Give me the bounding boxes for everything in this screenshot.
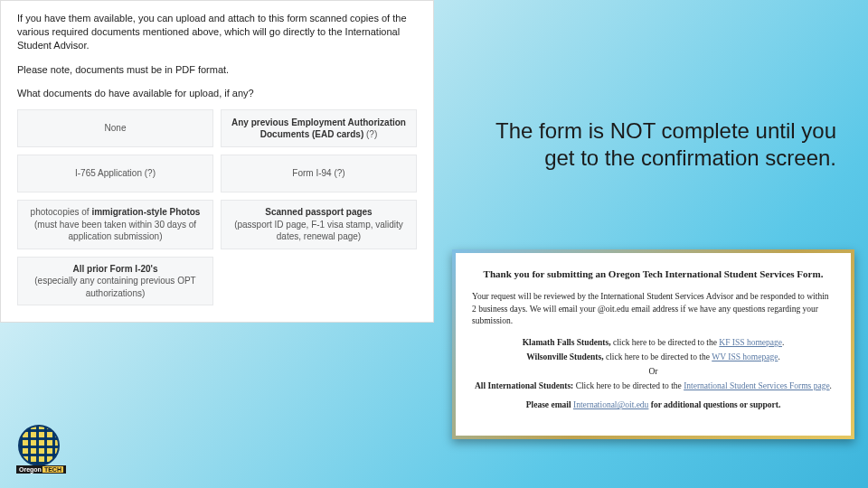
confirmation-heading: Thank you for submitting an Oregon Tech … (472, 267, 835, 282)
logo-text: OregonTECH (16, 465, 66, 474)
wv-line: Wilsonville Students, click here to be d… (472, 352, 835, 364)
option-i20[interactable]: All prior Form I-20's (especially any co… (17, 257, 213, 306)
option-photos[interactable]: photocopies of immigration-style Photos … (17, 200, 213, 249)
forms-page-link[interactable]: International Student Services Forms pag… (684, 381, 829, 390)
globe-icon (18, 425, 60, 466)
confirmation-body: Your request will be reviewed by the Int… (472, 291, 835, 328)
document-options-grid: None Any previous Employment Authorizati… (17, 109, 417, 305)
or-line: Or (472, 366, 835, 379)
kf-iss-link[interactable]: KF ISS homepage (719, 338, 782, 347)
support-email-link[interactable]: International@oit.edu (573, 400, 648, 409)
confirmation-content: Thank you for submitting an Oregon Tech … (456, 253, 851, 436)
kf-line: Klamath Falls Students, click here to be… (472, 337, 835, 350)
option-i94[interactable]: Form I-94 (?) (221, 155, 417, 192)
option-passport[interactable]: Scanned passport pages (passport ID page… (221, 200, 417, 249)
option-label: Scanned passport pages (passport ID page… (229, 206, 409, 243)
option-label: All prior Form I-20's (especially any co… (25, 263, 205, 300)
confirmation-screenshot: Thank you for submitting an Oregon Tech … (452, 249, 854, 439)
option-ead[interactable]: Any previous Employment Authorization Do… (221, 109, 417, 147)
wv-iss-link[interactable]: WV ISS homepage (712, 352, 778, 361)
option-label: None (105, 122, 127, 135)
option-label: Any previous Employment Authorization Do… (229, 117, 409, 141)
form-question: What documents do have available for upl… (17, 87, 417, 100)
oregon-tech-logo: OregonTECH (16, 425, 63, 472)
upload-form-panel: If you have them available, you can uplo… (0, 0, 434, 323)
email-line: Please email International@oit.edu for a… (472, 399, 835, 412)
option-none[interactable]: None (17, 109, 213, 147)
option-label: I-765 Application (?) (75, 167, 156, 180)
completion-callout: The form is NOT complete until you get t… (475, 117, 836, 172)
option-label: Form I-94 (?) (292, 167, 344, 180)
option-i765[interactable]: I-765 Application (?) (17, 155, 213, 192)
option-label: photocopies of immigration-style Photos … (25, 206, 205, 243)
form-intro-text: If you have them available, you can uplo… (17, 12, 417, 52)
form-note: Please note, documents must be in PDF fo… (17, 63, 417, 77)
all-line: All International Students: Click here t… (472, 380, 835, 393)
